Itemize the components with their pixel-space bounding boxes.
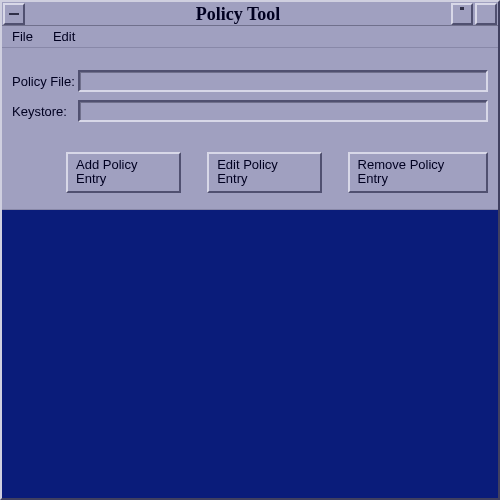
edit-policy-entry-button[interactable]: Edit Policy Entry: [207, 152, 321, 193]
content-panel: Policy File: Keystore: Add Policy Entry …: [2, 48, 498, 209]
keystore-row: Keystore:: [12, 100, 488, 122]
minimize-icon: [460, 7, 464, 10]
add-policy-entry-button[interactable]: Add Policy Entry: [66, 152, 181, 193]
keystore-label: Keystore:: [12, 104, 78, 119]
policy-file-row: Policy File:: [12, 70, 488, 92]
menu-edit[interactable]: Edit: [49, 27, 79, 46]
remove-policy-entry-button[interactable]: Remove Policy Entry: [348, 152, 488, 193]
window-title: Policy Tool: [26, 2, 450, 25]
keystore-field[interactable]: [78, 100, 488, 122]
titlebar: Policy Tool: [2, 2, 498, 26]
policy-entries-list[interactable]: [2, 209, 498, 498]
button-row: Add Policy Entry Edit Policy Entry Remov…: [12, 130, 488, 193]
policy-file-label: Policy File:: [12, 74, 78, 89]
dash-icon: [9, 13, 19, 15]
policy-file-field[interactable]: [78, 70, 488, 92]
app-window: Policy Tool File Edit Policy File: Keyst…: [0, 0, 500, 500]
menubar: File Edit: [2, 26, 498, 48]
menu-file[interactable]: File: [8, 27, 37, 46]
window-menu-button[interactable]: [3, 3, 25, 25]
minimize-button[interactable]: [451, 3, 473, 25]
maximize-button[interactable]: [475, 3, 497, 25]
